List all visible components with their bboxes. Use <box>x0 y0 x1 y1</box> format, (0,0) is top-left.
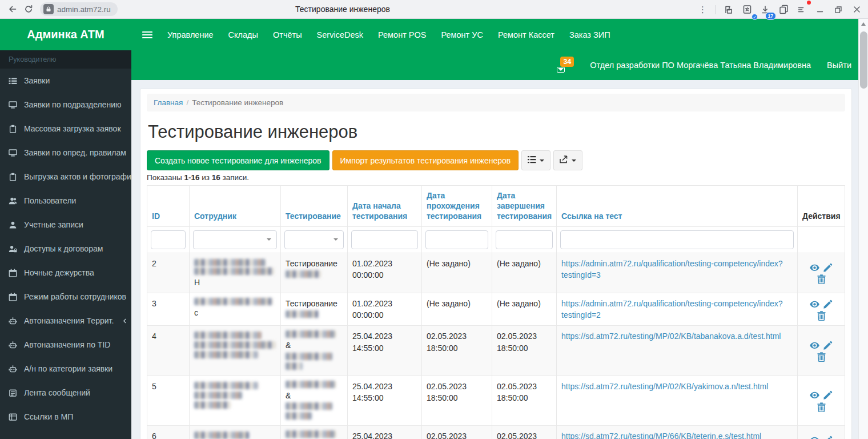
content-area: Главная/Тестирование инженеров Тестирова… <box>131 80 861 439</box>
filter-input[interactable] <box>351 230 418 249</box>
minimize-icon[interactable] <box>812 2 828 18</box>
filter-input[interactable] <box>151 230 186 249</box>
view-button[interactable] <box>810 300 819 309</box>
cell-actions <box>798 426 845 439</box>
column-header-sortable[interactable]: Дата завершения тестирования <box>492 186 557 227</box>
delete-button[interactable] <box>817 274 826 284</box>
list-icon <box>9 77 18 85</box>
downloads-icon[interactable]: 17 <box>757 2 773 18</box>
filter-input[interactable] <box>496 230 553 249</box>
test-link[interactable]: https://sd.atm72.ru/testing/MP/02/KB/tab… <box>561 332 781 341</box>
delete-button[interactable] <box>817 402 826 412</box>
notifications-icon[interactable]: 34 <box>557 57 574 74</box>
topnav-item[interactable]: Ремонт POS <box>371 25 433 45</box>
grid-columns-button[interactable] <box>521 150 550 170</box>
cell-actions <box>798 293 845 326</box>
column-header-sortable[interactable]: Дата прохождения тестирования <box>422 186 492 227</box>
page-translate-icon[interactable]: ✓ <box>739 2 755 18</box>
chevron-left-icon <box>122 318 128 324</box>
test-link[interactable]: https://sd.atm72.ru/testing/MP/66/KB/tet… <box>561 432 761 439</box>
column-header-sortable[interactable]: Ссылка на тест <box>557 186 798 227</box>
caret-down-icon <box>267 238 271 241</box>
calendar-icon <box>9 293 18 301</box>
edit-button[interactable] <box>823 390 833 400</box>
sidebar-item-label: Заявки по опред. правилам <box>24 148 126 157</box>
testing-redacted <box>286 412 312 420</box>
sidebar-item[interactable]: Пользователи <box>0 189 131 213</box>
topnav-item[interactable]: Ремонт Кассет <box>491 25 562 45</box>
sidebar-item-label: Учетные записи <box>24 220 83 229</box>
delete-button[interactable] <box>817 352 826 362</box>
scrollbar-up-arrow-icon[interactable] <box>861 22 866 26</box>
filter-select[interactable] <box>284 230 344 249</box>
sidebar-item[interactable]: Лента сообщений <box>0 381 131 405</box>
reload-icon[interactable] <box>21 1 37 17</box>
sidebar-item[interactable]: Учетные записи <box>0 213 131 237</box>
filter-input[interactable] <box>560 230 794 249</box>
edit-button[interactable] <box>823 436 833 439</box>
export-button[interactable] <box>553 150 582 170</box>
sidebar-item[interactable]: Выгрузка актов и фотографий <box>0 165 131 189</box>
sidebar-item[interactable]: А/н по категории заявки <box>0 357 131 381</box>
topnav-item[interactable]: ServiceDesk <box>310 25 371 45</box>
view-button[interactable] <box>810 390 819 400</box>
delete-button[interactable] <box>817 311 826 321</box>
topnav-item[interactable]: Склады <box>221 25 266 45</box>
current-user[interactable]: Отдел разработки ПО Моргачёва Татьяна Вл… <box>590 61 811 70</box>
sidebar-item[interactable]: Ночные дежурства <box>0 261 131 285</box>
edit-button[interactable] <box>823 263 833 273</box>
sidebar-item[interactable]: Режим работы сотрудников <box>0 285 131 309</box>
breadcrumb-home-link[interactable]: Главная <box>154 98 183 107</box>
cell-passed-date: (Не задано) <box>422 253 492 293</box>
filter-select[interactable] <box>193 230 277 249</box>
sidebar-item[interactable]: Заявки <box>0 69 131 93</box>
sidebar-item[interactable]: Ссылки в МП <box>0 405 131 429</box>
sidebar-item[interactable]: Автоназначения по TID <box>0 333 131 357</box>
scrollbar-thumb[interactable] <box>860 31 867 89</box>
sidebar-item[interactable]: Доступы к договорам <box>0 237 131 261</box>
app-logo[interactable]: Админка АТМ <box>0 19 131 50</box>
column-header-sortable[interactable]: Тестирование <box>281 186 348 227</box>
cell-test-link: https://sd.atm72.ru/testing/MP/66/KB/tet… <box>557 426 798 439</box>
import-results-button[interactable]: Импорт результатов тестирования инженеро… <box>332 150 519 170</box>
view-button[interactable] <box>810 436 819 439</box>
back-icon[interactable] <box>5 1 21 17</box>
topnav-item[interactable]: Отчёты <box>266 25 310 45</box>
view-button[interactable] <box>810 263 819 273</box>
topnav-item[interactable]: Управление <box>160 25 221 45</box>
topnav-item[interactable]: Заказ ЗИП <box>562 25 618 45</box>
sidebar-item[interactable]: Автоназначения Террит. <box>0 309 131 333</box>
testing-redacted <box>286 381 336 388</box>
close-icon[interactable] <box>849 2 865 18</box>
column-header-sortable[interactable]: ID <box>147 186 190 227</box>
cell-finished-date: (Не задано) <box>492 253 557 293</box>
column-header-sortable[interactable]: Дата начала тестирования <box>348 186 422 227</box>
edit-button[interactable] <box>823 341 833 350</box>
topnav-item[interactable]: Ремонт УС <box>433 25 491 45</box>
sidebar-item-label: Заявки <box>24 76 50 85</box>
test-link[interactable]: https://sd.atm72.ru/testing/MP/02/KB/yak… <box>561 382 768 391</box>
page-scrollbar[interactable] <box>858 19 868 439</box>
sidebar-feed-icon[interactable] <box>794 2 810 18</box>
bookmarks-icon[interactable] <box>775 2 791 18</box>
testing-redacted <box>286 270 321 278</box>
cell-actions <box>798 376 845 425</box>
cell-start-date: 01.02.2023 00:00:00 <box>348 253 422 293</box>
more-menu-icon[interactable]: ⋮ <box>695 2 711 18</box>
collections-icon[interactable] <box>721 2 737 18</box>
column-header-sortable[interactable]: Сотрудник <box>190 186 281 227</box>
view-button[interactable] <box>810 341 819 350</box>
test-link[interactable]: https://admin.atm72.ru/qualification/tes… <box>561 299 783 320</box>
hamburger-menu-icon[interactable] <box>137 25 158 45</box>
sidebar-item[interactable]: Массовая загрузка заявок <box>0 117 131 141</box>
restore-icon[interactable] <box>830 2 846 18</box>
logout-button[interactable]: Выйти <box>827 61 851 70</box>
sidebar-item[interactable]: Заявки по опред. правилам <box>0 141 131 165</box>
sidebar-item[interactable]: Заявки по подразделению <box>0 93 131 117</box>
cell-start-date: 01.02.2023 00:00:00 <box>348 293 422 326</box>
test-link[interactable]: https://admin.atm72.ru/qualification/tes… <box>561 259 783 280</box>
create-testing-button[interactable]: Создать новое тестирование для инженеров <box>147 150 329 170</box>
filter-input[interactable] <box>425 230 488 249</box>
edit-button[interactable] <box>823 300 833 309</box>
address-bar[interactable]: admin.atm72.ru <box>40 2 118 16</box>
